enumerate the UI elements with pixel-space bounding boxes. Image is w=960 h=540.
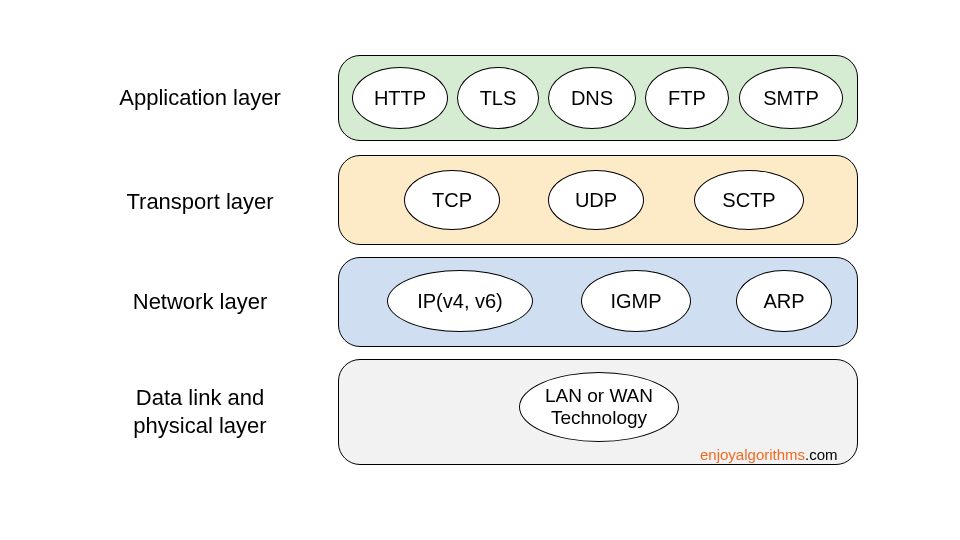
credit-suffix: .com [805,446,838,463]
credit-text: enjoyalgorithms.com [700,446,838,463]
protocol-ip: IP(v4, v6) [387,270,533,332]
protocol-tls: TLS [457,67,539,129]
protocol-arp: ARP [736,270,832,332]
credit-brand: enjoyalgorithms [700,446,805,463]
protocol-lan-wan: LAN or WAN Technology [519,372,679,442]
protocol-http: HTTP [352,67,448,129]
layer-label-network: Network layer [85,288,315,316]
layer-label-transport: Transport layer [85,188,315,216]
protocol-ftp: FTP [645,67,729,129]
diagram-stage: Application layer HTTP TLS DNS FTP SMTP … [0,0,960,540]
layer-label-application: Application layer [85,84,315,112]
layer-label-datalink: Data link and physical layer [85,384,315,439]
protocol-sctp: SCTP [694,170,804,230]
protocol-tcp: TCP [404,170,500,230]
protocol-udp: UDP [548,170,644,230]
protocol-igmp: IGMP [581,270,691,332]
protocol-smtp: SMTP [739,67,843,129]
protocol-dns: DNS [548,67,636,129]
